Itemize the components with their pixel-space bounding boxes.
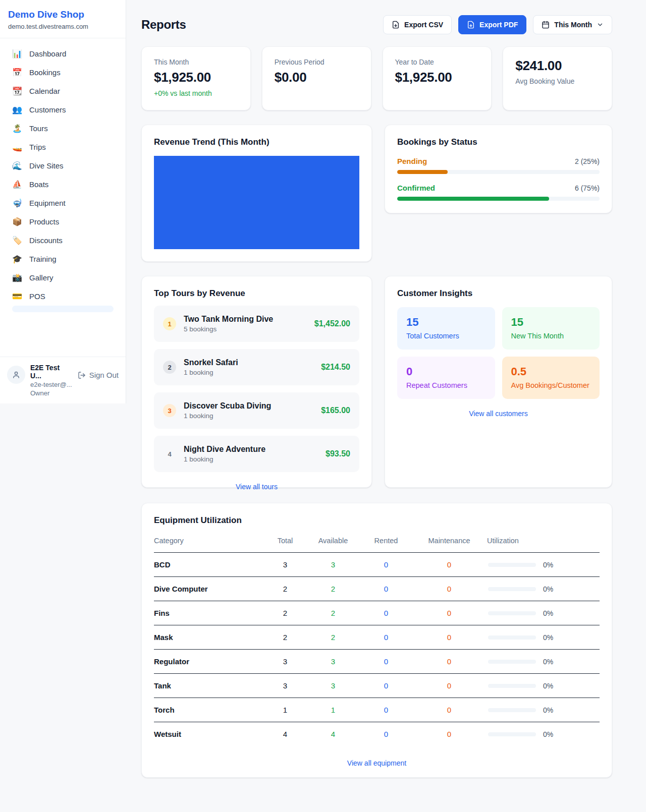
stat-label: Previous Period — [275, 58, 359, 66]
equipment-available: 2 — [305, 585, 361, 593]
sailboat-icon: ⛵ — [12, 181, 22, 189]
equipment-total: 3 — [265, 657, 305, 666]
sidebar-item-dashboard[interactable]: 📊 Dashboard — [6, 44, 120, 63]
view-all-tours-link[interactable]: View all tours — [236, 483, 278, 491]
tour-row: 4 Night Dive Adventure 1 booking $93.50 — [154, 436, 359, 472]
sidebar-item-gallery[interactable]: 📸 Gallery — [6, 268, 120, 287]
equipment-category: Dive Computer — [154, 585, 265, 593]
utilization-bar-track — [488, 708, 536, 712]
equipment-available: 3 — [305, 657, 361, 666]
sidebar-item-dive-sites[interactable]: 🌊 Dive Sites — [6, 156, 120, 175]
tile-label: Total Customers — [406, 332, 486, 340]
rank-badge: 2 — [163, 361, 176, 374]
utilization-cell: 0% — [487, 633, 600, 642]
equipment-maintenance: 0 — [411, 585, 487, 593]
sidebar-item-reports-partial[interactable] — [12, 306, 114, 312]
utilization-percent: 0% — [543, 609, 553, 617]
equipment-available: 2 — [305, 609, 361, 617]
sidebar-item-products[interactable]: 📦 Products — [6, 212, 120, 231]
camera-icon: 📸 — [12, 274, 22, 282]
tour-name: Two Tank Morning Dive — [184, 315, 273, 324]
tile-label: New This Month — [511, 332, 591, 340]
equipment-rented: 0 — [361, 657, 411, 666]
period-label: This Month — [554, 21, 592, 29]
bookings-by-status-title: Bookings by Status — [397, 137, 600, 147]
sidebar-item-label: Equipment — [29, 199, 66, 207]
equipment-category: Fins — [154, 609, 265, 617]
tour-row: 3 Discover Scuba Diving 1 booking $165.0… — [154, 392, 359, 429]
revenue-trend-panel: Revenue Trend (This Month) — [141, 125, 372, 262]
dashboard-icon: 📊 — [12, 50, 22, 58]
stat-label: This Month — [154, 58, 238, 66]
tour-name: Snorkel Safari — [184, 358, 238, 367]
equipment-utilization-panel: Equipment Utilization Category Total Ava… — [141, 503, 612, 778]
sidebar-item-label: Trips — [29, 143, 46, 151]
page-title: Reports — [141, 18, 186, 32]
chevron-down-icon — [597, 21, 604, 28]
revenue-trend-chart — [154, 156, 359, 249]
equipment-maintenance: 0 — [411, 657, 487, 666]
column-header: Maintenance — [411, 537, 487, 545]
shop-name: Demo Dive Shop — [8, 9, 118, 20]
equipment-maintenance: 0 — [411, 681, 487, 690]
export-pdf-button[interactable]: Export PDF — [458, 15, 526, 34]
equipment-total: 3 — [265, 681, 305, 690]
sidebar: Demo Dive Shop demo.test.divestreams.com… — [0, 0, 126, 403]
equipment-category: Regulator — [154, 657, 265, 666]
tile-value: 0.5 — [511, 365, 591, 378]
brand: Demo Dive Shop demo.test.divestreams.com — [0, 0, 126, 38]
utilization-bar-track — [488, 587, 536, 591]
stat-card-this-month: This Month $1,925.00 +0% vs last month — [141, 46, 251, 110]
equipment-rented: 0 — [361, 730, 411, 738]
export-csv-label: Export CSV — [404, 21, 443, 29]
diving-mask-icon: 🤿 — [12, 199, 22, 207]
equipment-available: 4 — [305, 730, 361, 738]
view-all-equipment-link[interactable]: View all equipment — [347, 759, 406, 767]
tile-new-this-month: 15 New This Month — [502, 307, 600, 350]
export-csv-button[interactable]: Export CSV — [383, 15, 452, 34]
table-row: Fins 2 2 0 0 0% — [154, 601, 600, 625]
sidebar-item-equipment[interactable]: 🤿 Equipment — [6, 194, 120, 212]
equipment-total: 1 — [265, 706, 305, 714]
status-bar-fill — [397, 170, 448, 174]
equipment-category: BCD — [154, 560, 265, 569]
stat-value: $1,925.00 — [395, 70, 479, 85]
tile-value: 15 — [511, 316, 591, 329]
period-dropdown[interactable]: This Month — [533, 15, 612, 34]
rank-badge: 1 — [163, 317, 176, 330]
sidebar-item-label: Bookings — [29, 68, 61, 77]
sidebar-item-trips[interactable]: 🚤 Trips — [6, 138, 120, 156]
utilization-percent: 0% — [543, 658, 553, 666]
sidebar-item-discounts[interactable]: 🏷️ Discounts — [6, 231, 120, 250]
utilization-cell: 0% — [487, 561, 600, 569]
sidebar-item-customers[interactable]: 👥 Customers — [6, 100, 120, 119]
view-all-customers-link[interactable]: View all customers — [469, 410, 527, 418]
sidebar-item-bookings[interactable]: 📅 Bookings — [6, 63, 120, 82]
tour-name: Discover Scuba Diving — [184, 401, 271, 411]
equipment-maintenance: 0 — [411, 706, 487, 714]
status-row-pending: Pending 2 (25%) — [397, 157, 600, 174]
sidebar-item-tours[interactable]: 🏝️ Tours — [6, 119, 120, 138]
utilization-bar-track — [488, 563, 536, 567]
stat-card-previous-period: Previous Period $0.00 — [262, 46, 371, 110]
utilization-cell: 0% — [487, 730, 600, 738]
tile-label: Avg Bookings/Customer — [511, 381, 591, 389]
sidebar-item-boats[interactable]: ⛵ Boats — [6, 175, 120, 194]
equipment-category: Mask — [154, 633, 265, 642]
tour-row: 1 Two Tank Morning Dive 5 bookings $1,45… — [154, 306, 359, 342]
sidebar-item-pos[interactable]: 💳 POS — [6, 287, 120, 306]
equipment-maintenance: 0 — [411, 609, 487, 617]
equipment-maintenance: 0 — [411, 560, 487, 569]
sidebar-item-training[interactable]: 🎓 Training — [6, 250, 120, 268]
equipment-available: 1 — [305, 706, 361, 714]
equipment-total: 2 — [265, 609, 305, 617]
utilization-bar-track — [488, 635, 536, 640]
insights-row: Top Tours by Revenue 1 Two Tank Morning … — [141, 276, 612, 488]
sidebar-item-label: Training — [29, 255, 57, 263]
tour-revenue: $1,452.00 — [314, 319, 350, 328]
sidebar-item-label: Products — [29, 217, 59, 226]
equipment-available: 2 — [305, 633, 361, 642]
sidebar-item-label: Boats — [29, 180, 48, 189]
sidebar-item-calendar[interactable]: 📆 Calendar — [6, 82, 120, 100]
sign-out-button[interactable]: Sign Out — [78, 371, 119, 379]
